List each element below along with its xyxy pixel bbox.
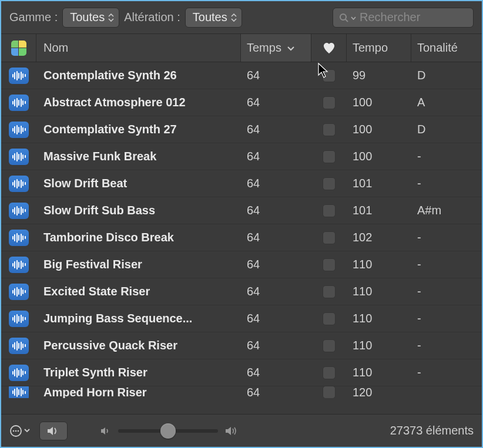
speaker-low-icon [100, 426, 111, 436]
column-category[interactable] [1, 34, 36, 62]
speaker-high-icon [225, 426, 239, 436]
table-row[interactable]: Abstract Atmosphere 012 64 100 A [1, 89, 482, 116]
audio-waveform-icon [9, 95, 29, 111]
audio-waveform-icon [9, 122, 29, 138]
table-row[interactable]: Massive Funk Break 64 100 - [1, 143, 482, 170]
favorite-checkbox[interactable] [311, 312, 347, 325]
loop-type-icon [1, 176, 36, 192]
footer-bar: 27373 éléments [1, 414, 482, 447]
table-row[interactable]: Triplet Synth Riser 64 110 - [1, 359, 482, 386]
loop-type-icon [1, 122, 36, 138]
chevron-down-icon [351, 14, 356, 22]
loop-name: Amped Horn Riser [36, 386, 241, 398]
loop-beats: 64 [241, 177, 311, 190]
loop-beats: 64 [241, 285, 311, 298]
favorite-checkbox[interactable] [311, 69, 347, 82]
loop-name: Big Festival Riser [36, 258, 241, 271]
loop-name: Contemplative Synth 26 [36, 69, 241, 82]
updown-icon [231, 14, 237, 22]
table-row[interactable]: Percussive Quack Riser 64 110 - [1, 332, 482, 359]
loop-name: Jumping Bass Sequence... [36, 312, 241, 325]
column-tempo[interactable]: Tempo [347, 34, 411, 62]
loop-key: - [411, 285, 482, 298]
search-icon [339, 13, 348, 22]
loop-tempo: 110 [347, 258, 411, 271]
loop-key: - [411, 339, 482, 352]
audio-waveform-icon [9, 284, 29, 300]
loop-type-icon [1, 203, 36, 219]
loop-beats: 64 [241, 96, 311, 109]
search-placeholder: Rechercher [360, 11, 420, 24]
loop-key: - [411, 258, 482, 271]
loop-beats: 64 [241, 123, 311, 136]
gamme-value: Toutes [70, 11, 105, 24]
slider-thumb[interactable] [160, 423, 176, 439]
table-row[interactable]: Contemplative Synth 27 64 100 D [1, 116, 482, 143]
loop-tempo: 110 [347, 312, 411, 325]
column-favorite[interactable] [311, 34, 347, 62]
loop-name: Contemplative Synth 27 [36, 123, 241, 136]
search-input[interactable]: Rechercher [333, 8, 474, 28]
table-row[interactable]: Slow Drift Sub Bass 64 101 A#m [1, 197, 482, 224]
audio-waveform-icon [9, 68, 29, 84]
column-key[interactable]: Tonalité [411, 34, 482, 62]
favorite-checkbox[interactable] [311, 231, 347, 244]
preview-volume-button[interactable] [39, 422, 68, 440]
loop-key: A [411, 96, 482, 109]
loop-key: - [411, 312, 482, 325]
updown-icon [108, 14, 114, 22]
loop-beats: 64 [241, 366, 311, 379]
loop-type-icon [1, 68, 36, 84]
speaker-icon [47, 426, 60, 436]
more-menu-button[interactable] [9, 422, 30, 440]
favorite-checkbox[interactable] [311, 366, 347, 379]
loop-key: - [411, 177, 482, 190]
favorite-checkbox[interactable] [311, 339, 347, 352]
audio-waveform-icon [9, 365, 29, 381]
favorite-checkbox[interactable] [311, 123, 347, 136]
favorite-checkbox[interactable] [311, 150, 347, 163]
filter-toolbar: Gamme : Toutes Altération : Toutes Reche… [1, 1, 482, 34]
loop-tempo: 120 [347, 386, 411, 398]
favorite-checkbox[interactable] [311, 96, 347, 109]
loop-beats: 64 [241, 150, 311, 163]
loop-type-icon [1, 365, 36, 381]
loop-beats: 64 [241, 69, 311, 82]
column-name[interactable]: Nom [36, 34, 241, 62]
audio-waveform-icon [9, 149, 29, 165]
loop-type-icon [1, 149, 36, 165]
volume-slider[interactable] [118, 429, 218, 433]
loop-name: Tamborine Disco Break [36, 231, 241, 244]
chevron-down-icon [24, 429, 30, 433]
svg-line-1 [346, 19, 348, 22]
table-row[interactable]: Jumping Bass Sequence... 64 110 - [1, 305, 482, 332]
table-row[interactable]: Big Festival Riser 64 110 - [1, 251, 482, 278]
loop-name: Percussive Quack Riser [36, 339, 241, 352]
loop-beats: 64 [241, 204, 311, 217]
favorite-checkbox[interactable] [311, 177, 347, 190]
svg-point-5 [18, 430, 19, 432]
favorite-checkbox[interactable] [311, 258, 347, 271]
audio-waveform-icon [9, 176, 29, 192]
loop-list[interactable]: Contemplative Synth 26 64 99 D Abstract … [1, 62, 482, 413]
gamme-dropdown[interactable]: Toutes [62, 8, 119, 28]
table-row[interactable]: Tamborine Disco Break 64 102 - [1, 224, 482, 251]
column-temps[interactable]: Temps [241, 34, 311, 62]
alteration-label: Altération : [124, 11, 180, 24]
loop-type-icon [1, 311, 36, 327]
favorite-checkbox[interactable] [311, 285, 347, 298]
loop-tempo: 110 [347, 285, 411, 298]
table-row[interactable]: Amped Horn Riser 64 120 [1, 386, 482, 398]
loop-name: Slow Drift Sub Bass [36, 204, 241, 217]
table-row[interactable]: Excited State Riser 64 110 - [1, 278, 482, 305]
table-row[interactable]: Contemplative Synth 26 64 99 D [1, 62, 482, 89]
loop-name: Massive Funk Break [36, 150, 241, 163]
alteration-dropdown[interactable]: Toutes [185, 8, 242, 28]
alteration-value: Toutes [193, 11, 227, 24]
svg-point-3 [13, 430, 15, 432]
table-row[interactable]: Slow Drift Beat 64 101 - [1, 170, 482, 197]
favorite-checkbox[interactable] [311, 204, 347, 217]
loop-type-icon [1, 284, 36, 300]
favorite-checkbox[interactable] [311, 386, 347, 398]
table-header: Nom Temps Tempo Tonalité [1, 34, 482, 62]
